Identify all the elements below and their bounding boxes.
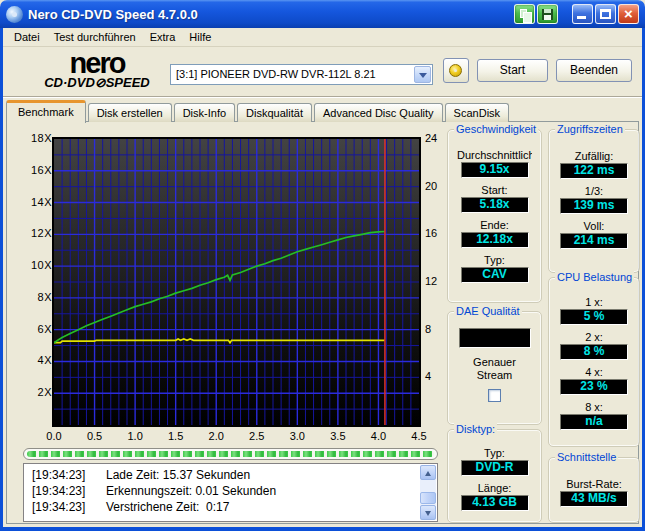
menu-item-datei[interactable]: Datei (7, 29, 47, 45)
tab-benchmark[interactable]: Benchmark (6, 100, 86, 123)
benchmark-tab-page: 2X4X6X8X10X12X14X16X18X48121620240.00.51… (6, 121, 639, 524)
copy-icon (520, 9, 527, 18)
x-axis-tick: 2.0 (202, 430, 230, 442)
cpu-8x-label: 8 x: (558, 401, 630, 413)
drive-select-value: [3:1] PIONEER DVD-RW DVR-112L 8.21 (176, 68, 376, 80)
copy-chart-button[interactable] (514, 4, 535, 24)
speed-panel-title: Geschwindigkeit (454, 123, 538, 135)
cpu-usage-panel: CPU Belastung 1 x:5 % 2 x:8 % 4 x:23 % 8… (548, 277, 640, 447)
access-panel-title: Zugriffszeiten (555, 123, 625, 135)
disc-length-value: 4.13 GB (461, 495, 529, 511)
log-list[interactable]: [19:34:23]Lade Zeit: 15.37 Sekunden[19:3… (23, 463, 438, 522)
y-axis-left-tick: 14X (22, 196, 52, 208)
cpu-1x-label: 1 x: (558, 296, 630, 308)
title-bar: Nero CD-DVD Speed 4.7.0.0 × (0, 0, 645, 28)
progress-fill (27, 451, 434, 457)
x-axis-tick: 0.0 (40, 430, 68, 442)
y-axis-right-tick: 12 (425, 275, 447, 287)
disc-panel-title: Disktyp: (454, 423, 497, 435)
log-entry: [19:34:23]Lade Zeit: 15.37 Sekunden (32, 467, 417, 483)
x-axis-tick: 4.0 (364, 430, 392, 442)
tab-scandisk[interactable]: ScanDisk (445, 103, 509, 122)
x-axis-tick: 3.0 (283, 430, 311, 442)
scroll-up-icon[interactable] (420, 465, 436, 480)
menu-item-hilfe[interactable]: Hilfe (182, 29, 218, 45)
x-axis-tick: 0.5 (81, 430, 109, 442)
y-axis-left-tick: 12X (22, 227, 52, 239)
cpu-1x-value: 5 % (560, 309, 628, 325)
dae-score-display (459, 328, 531, 348)
tab-diskqualit-t[interactable]: Diskqualität (237, 103, 312, 122)
x-axis-tick: 4.5 (405, 430, 433, 442)
type-label: Typ: (457, 254, 532, 266)
window-title: Nero CD-DVD Speed 4.7.0.0 (28, 7, 512, 22)
average-value: 9.15x (461, 162, 529, 178)
progress-bar (23, 448, 438, 460)
y-axis-left-tick: 4X (22, 354, 52, 366)
x-axis-tick: 1.5 (162, 430, 190, 442)
start-label: Start: (457, 184, 532, 196)
disc-type-label: Typ: (457, 447, 532, 459)
full-value: 214 ms (560, 233, 628, 249)
scroll-down-icon[interactable] (420, 505, 436, 520)
cpu-4x-label: 4 x: (558, 366, 630, 378)
dae-quality-panel: DAE Qualität Genauer Stream (447, 311, 542, 425)
menu-bar: DateiTest durchführenExtraHilfe (3, 28, 642, 47)
save-chart-button[interactable] (537, 4, 558, 24)
y-axis-left-tick: 8X (22, 291, 52, 303)
read-speed-line (54, 232, 385, 343)
eject-button[interactable] (443, 58, 469, 83)
third-label: 1/3: (558, 185, 630, 197)
floppy-icon (542, 9, 553, 20)
minimize-icon (577, 16, 586, 19)
accurate-stream-label: Genauer Stream (464, 356, 526, 382)
y-axis-right-tick: 24 (425, 132, 447, 144)
cpu-2x-label: 2 x: (558, 331, 630, 343)
chart-canvas (54, 139, 419, 425)
app-window: Nero CD-DVD Speed 4.7.0.0 × DateiTest du… (0, 0, 645, 531)
rotation-speed-line (54, 339, 385, 343)
type-value: CAV (461, 267, 529, 283)
y-axis-right-tick: 16 (425, 227, 447, 239)
tab-disk-info[interactable]: Disk-Info (174, 103, 235, 122)
log-entry: [19:34:23]Erkennungszeit: 0.01 Sekunden (32, 483, 417, 499)
chevron-down-icon[interactable] (414, 66, 431, 83)
access-times-panel: Zugriffszeiten Zufällig:122 ms 1/3:139 m… (548, 129, 640, 273)
quit-button[interactable]: Beenden (556, 59, 632, 82)
tab-advanced-disc-quality[interactable]: Advanced Disc Quality (314, 103, 443, 122)
y-axis-left-tick: 18X (22, 132, 52, 144)
accurate-stream-checkbox[interactable] (488, 389, 501, 402)
maximize-icon (600, 9, 611, 19)
scroll-thumb[interactable] (420, 492, 436, 504)
x-axis-tick: 1.0 (121, 430, 149, 442)
log-scrollbar[interactable] (420, 465, 436, 520)
speed-panel: Geschwindigkeit Durchschnittlich:9.15x S… (447, 129, 542, 303)
start-value: 5.18x (461, 197, 529, 213)
third-value: 139 ms (560, 198, 628, 214)
random-value: 122 ms (560, 163, 628, 179)
dae-panel-title: DAE Qualität (454, 305, 522, 317)
close-icon: × (619, 5, 638, 23)
y-axis-left-tick: 6X (22, 323, 52, 335)
cpu-panel-title: CPU Belastung (555, 271, 634, 283)
tab-disk-erstellen[interactable]: Disk erstellen (88, 103, 172, 122)
log-entry: [19:34:23]Verstrichene Zeit: 0:17 (32, 499, 417, 515)
cpu-8x-value: n/a (560, 414, 628, 430)
interface-panel: Schnittstelle Burst-Rate:43 MB/s (548, 457, 640, 523)
cpu-2x-value: 8 % (560, 344, 628, 360)
app-icon (6, 6, 23, 23)
drive-select[interactable]: [3:1] PIONEER DVD-RW DVR-112L 8.21 (170, 64, 433, 85)
menu-item-test-durchf-hren[interactable]: Test durchführen (47, 29, 143, 45)
disc-length-label: Länge: (457, 482, 532, 494)
minimize-button[interactable] (572, 4, 593, 24)
burst-rate-label: Burst-Rate: (558, 478, 630, 490)
close-button[interactable]: × (618, 4, 639, 24)
y-axis-left-tick: 2X (22, 386, 52, 398)
menu-item-extra[interactable]: Extra (143, 29, 183, 45)
y-axis-right-tick: 8 (425, 323, 447, 335)
start-button[interactable]: Start (477, 59, 548, 82)
maximize-button[interactable] (595, 4, 616, 24)
logo-subtext: CD·DVD⊘SPEED (37, 76, 157, 89)
disc-type-panel: Disktyp: Typ:DVD-R Länge:4.13 GB (447, 429, 542, 523)
disc-type-value: DVD-R (461, 460, 529, 476)
